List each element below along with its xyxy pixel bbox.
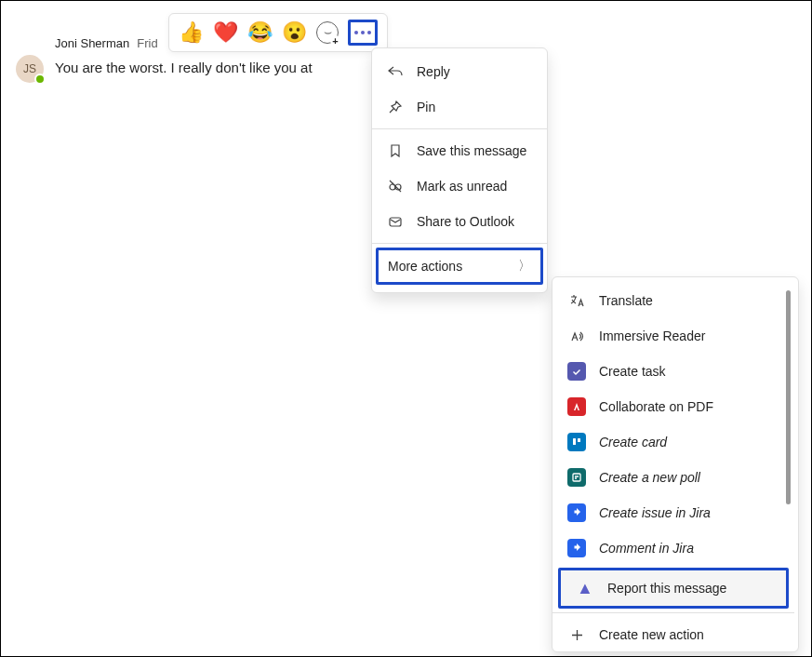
submenu-new-action-label: Create new action [599,627,704,642]
submenu-task-label: Create task [599,364,666,379]
submenu-report-message[interactable]: ▲ Report this message [558,568,789,609]
reaction-laugh-icon[interactable]: 😂 [247,22,273,43]
submenu-jira-issue[interactable]: Create issue in Jira [552,495,794,530]
add-reaction-icon[interactable]: + [316,21,339,44]
reaction-heart-icon[interactable]: ❤️ [213,22,238,43]
submenu-immersive-label: Immersive Reader [599,328,705,343]
svg-rect-3 [573,438,576,445]
unread-icon [387,178,404,194]
menu-pin[interactable]: Pin [372,89,547,125]
submenu-pdf-label: Collaborate on PDF [599,399,713,414]
menu-share-outlook[interactable]: Share to Outlook [372,204,547,239]
menu-reply-label: Reply [417,64,450,79]
menu-reply[interactable]: Reply [372,54,547,89]
menu-unread[interactable]: Mark as unread [372,168,547,204]
svg-rect-4 [578,438,580,442]
avatar-container[interactable]: JS [16,55,44,83]
jira-app-icon [567,503,586,522]
sender-name[interactable]: Joni Sherman [55,36,129,50]
plus-icon [567,625,586,644]
menu-unread-label: Mark as unread [417,179,507,194]
menu-more-label: More actions [388,259,462,274]
jira-app-icon [567,539,586,557]
adobe-app-icon [567,397,586,416]
submenu-create-task[interactable]: Create task [552,354,794,389]
submenu-card-label: Create card [599,435,667,449]
submenu-poll-label: Create a new poll [599,470,700,485]
submenu-jira-issue-label: Create issue in Jira [599,505,711,520]
menu-divider [372,128,547,129]
reaction-like-icon[interactable]: 👍 [179,22,204,43]
submenu-report-label: Report this message [607,581,726,596]
submenu-translate-label: Translate [599,293,653,308]
chevron-right-icon: 〉 [518,258,531,275]
more-options-button[interactable] [348,20,378,46]
reaction-surprised-icon[interactable]: 😮 [282,22,307,43]
menu-pin-label: Pin [417,100,435,114]
message-timestamp: Frid [137,36,157,50]
submenu-collaborate-pdf[interactable]: Collaborate on PDF [552,389,794,424]
submenu-create-card[interactable]: Create card [552,424,794,460]
submenu-jira-comment[interactable]: Comment in Jira [552,530,794,566]
immersive-reader-icon [567,327,586,345]
presence-available-icon [34,74,46,85]
context-menu: Reply Pin Save this message Mark as unre… [371,47,548,293]
submenu-create-new-action[interactable]: Create new action [552,617,794,646]
submenu-immersive-reader[interactable]: Immersive Reader [552,318,794,354]
svg-rect-5 [573,474,580,481]
submenu-jira-comment-label: Comment in Jira [599,541,694,556]
submenu-create-poll[interactable]: Create a new poll [552,460,794,495]
submenu-translate[interactable]: Translate [552,283,794,318]
warning-icon: ▲ [576,579,594,597]
reaction-toolbar: 👍 ❤️ 😂 😮 + [168,13,388,52]
forms-app-icon [567,468,586,487]
plus-icon: + [330,35,340,46]
pin-icon [387,99,404,115]
tasks-app-icon [567,362,586,381]
mail-icon [387,213,404,230]
translate-icon [567,291,586,310]
menu-divider [552,612,794,613]
bookmark-icon [387,142,404,159]
menu-divider [372,243,547,244]
trello-app-icon [567,433,586,451]
menu-save[interactable]: Save this message [372,133,547,168]
scrollbar[interactable] [786,290,791,504]
menu-more-actions[interactable]: More actions 〉 [376,248,543,285]
reply-icon [387,63,404,80]
more-actions-submenu: Translate Immersive Reader Create task C… [552,276,799,652]
menu-share-label: Share to Outlook [417,214,514,229]
menu-save-label: Save this message [417,143,526,158]
